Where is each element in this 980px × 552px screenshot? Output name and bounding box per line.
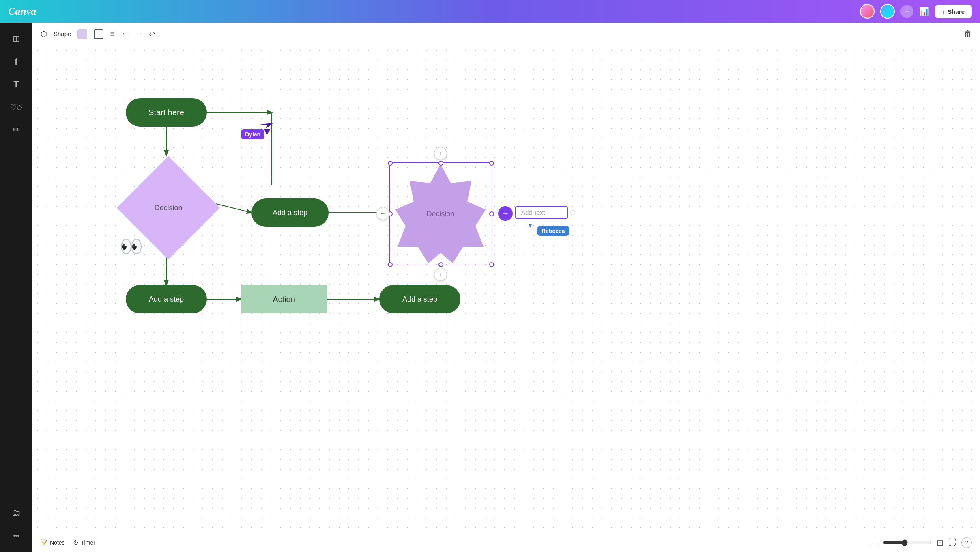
avatar-user2[interactable]	[880, 4, 895, 19]
sidebar-item-folder[interactable]: 🗂	[6, 503, 26, 523]
sidebar: ⊞ ⬆ T ♡◇ ✏ 🗂 •••	[0, 23, 32, 552]
analytics-icon[interactable]: 📊	[919, 6, 929, 16]
header-right: + 📊 ↑ Share	[860, 4, 972, 19]
rebecca-badge: Rebecca	[537, 226, 569, 236]
text-icon: T	[13, 79, 19, 90]
star-svg	[388, 161, 493, 267]
sidebar-item-draw[interactable]: ✏	[6, 120, 26, 140]
add-text-handle[interactable]	[570, 210, 575, 215]
toolbar: ⬡ Shape ≡ ← → ↩ 🗑	[32, 23, 980, 45]
help-icon[interactable]: ?	[961, 537, 972, 548]
notes-button[interactable]: 📝 Notes	[41, 539, 65, 546]
resize-down-button[interactable]: ↓	[434, 268, 447, 281]
folder-icon: 🗂	[12, 508, 21, 518]
line-style-icon[interactable]: ≡	[110, 29, 115, 39]
connector-right-button[interactable]: →	[498, 206, 513, 221]
border-color-swatch[interactable]	[94, 29, 103, 39]
share-icon: ↑	[942, 8, 946, 15]
zoom-slider[interactable]	[883, 539, 932, 546]
avatar-user1[interactable]	[860, 4, 875, 19]
step1-shape[interactable]: Add a step	[251, 198, 329, 227]
fill-color-swatch[interactable]	[77, 29, 87, 39]
action-shape[interactable]: Action	[241, 285, 327, 313]
arrow-right-icon[interactable]: →	[135, 30, 142, 38]
notes-icon: 📝	[41, 539, 47, 546]
canvas: Start here Decision 👀 Add a step Add a s…	[32, 45, 980, 533]
resize-up-button[interactable]: ↑	[434, 147, 447, 160]
star-shape-wrapper[interactable]: Decision	[388, 161, 493, 267]
sidebar-item-text[interactable]: T	[6, 75, 26, 94]
svg-line-3	[216, 204, 251, 213]
grid-icon: ⊞	[13, 34, 20, 44]
shape-label: Shape	[54, 30, 71, 37]
more-icon: •••	[13, 533, 19, 539]
dylan-badge: Dylan	[241, 129, 264, 139]
step3-shape[interactable]: Add a step	[379, 285, 460, 313]
timer-icon: ⏱	[73, 539, 79, 546]
zoom-controls: — ⊡ ⛶ ?	[872, 537, 972, 548]
logo: Canva	[8, 5, 36, 17]
elements-icon: ♡◇	[10, 103, 22, 112]
share-button[interactable]: ↑ Share	[935, 5, 972, 18]
start-shape[interactable]: Start here	[126, 98, 207, 127]
add-collaborator-button[interactable]: +	[900, 5, 913, 18]
upload-icon: ⬆	[13, 57, 20, 67]
sidebar-item-more[interactable]: •••	[6, 526, 26, 546]
connector-left-button[interactable]: ←	[376, 207, 389, 220]
fullscreen-icon[interactable]: ⛶	[948, 538, 956, 547]
svg-marker-9	[396, 165, 485, 263]
fit-view-icon[interactable]: ⊡	[937, 538, 943, 548]
timer-button[interactable]: ⏱ Timer	[73, 539, 95, 546]
sidebar-item-elements[interactable]: ♡◇	[6, 97, 26, 117]
shape-icon: ⬡	[41, 30, 47, 39]
sidebar-item-grid[interactable]: ⊞	[6, 29, 26, 49]
add-text-box[interactable]: Add Text	[515, 206, 568, 219]
zoom-out-icon[interactable]: —	[872, 539, 878, 546]
delete-icon[interactable]: 🗑	[964, 29, 972, 39]
draw-icon: ✏	[13, 125, 20, 135]
connector-style-icon[interactable]: ↩	[149, 30, 155, 39]
step2-shape[interactable]: Add a step	[126, 285, 207, 313]
rebecca-cursor: ▼	[527, 222, 533, 229]
eyes-sticker[interactable]: 👀	[120, 235, 143, 257]
header: Canva + 📊 ↑ Share	[0, 0, 980, 23]
bottombar: 📝 Notes ⏱ Timer — ⊡ ⛶ ?	[32, 533, 980, 552]
sidebar-item-upload[interactable]: ⬆	[6, 52, 26, 71]
arrow-left-icon[interactable]: ←	[121, 30, 129, 38]
